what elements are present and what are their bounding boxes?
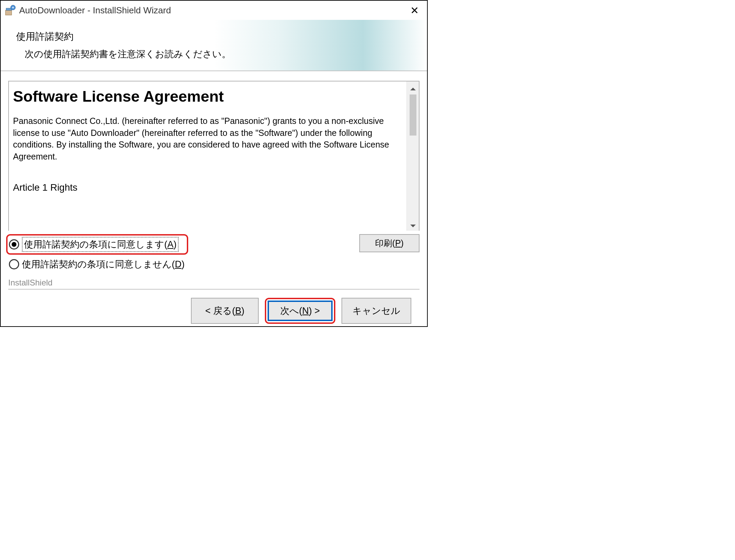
footer-section: InstallShield < 戻る(B) 次へ(N) > キャンセル <box>1 272 427 324</box>
license-heading: Software License Agreement <box>13 88 404 105</box>
close-icon[interactable]: ✕ <box>406 4 423 16</box>
svg-rect-0 <box>5 10 12 15</box>
radio-accept-label: 使用許諾契約の条項に同意します(A) <box>22 237 179 252</box>
page-subtitle: 次の使用許諾契約書を注意深くお読みください。 <box>25 48 231 60</box>
agreement-radio-group: 使用許諾契約の条項に同意します(A) 使用許諾契約の条項に同意しません(D) <box>8 234 188 272</box>
content-area: Software License Agreement Panasonic Con… <box>1 71 427 231</box>
scroll-up-icon[interactable] <box>410 88 416 90</box>
license-article: Article 1 Rights <box>13 182 404 193</box>
scroll-down-icon[interactable] <box>410 225 416 227</box>
radio-section: 使用許諾契約の条項に同意します(A) 使用許諾契約の条項に同意しません(D) 印… <box>1 231 427 272</box>
cancel-button[interactable]: キャンセル <box>341 298 411 324</box>
license-text: Software License Agreement Panasonic Con… <box>9 81 407 231</box>
scroll-thumb[interactable] <box>410 94 416 136</box>
button-row: < 戻る(B) 次へ(N) > キャンセル <box>8 290 420 324</box>
next-button[interactable]: 次へ(N) > <box>268 301 333 321</box>
radio-icon <box>9 239 19 250</box>
installshield-label: InstallShield <box>8 278 420 288</box>
radio-accept[interactable]: 使用許諾契約の条項に同意します(A) <box>6 234 188 255</box>
titlebar: AutoDownloader - InstallShield Wizard ✕ <box>1 1 427 20</box>
wizard-header: 使用許諾契約 次の使用許諾契約書を注意深くお読みください。 <box>1 20 427 71</box>
radio-decline[interactable]: 使用許諾契約の条項に同意しません(D) <box>8 257 188 272</box>
license-body: Panasonic Connect Co.,Ltd. (hereinafter … <box>13 115 404 162</box>
scrollbar[interactable] <box>407 81 419 231</box>
next-button-highlight: 次へ(N) > <box>265 298 335 324</box>
back-button[interactable]: < 戻る(B) <box>191 298 259 324</box>
print-button[interactable]: 印刷(P) <box>359 234 420 252</box>
installer-icon <box>5 5 16 16</box>
radio-icon <box>9 259 19 269</box>
license-agreement-box: Software License Agreement Panasonic Con… <box>8 81 420 231</box>
window-title: AutoDownloader - InstallShield Wizard <box>19 5 406 16</box>
radio-decline-label: 使用許諾契約の条項に同意しません(D) <box>22 258 185 270</box>
page-title: 使用許諾契約 <box>16 30 74 43</box>
